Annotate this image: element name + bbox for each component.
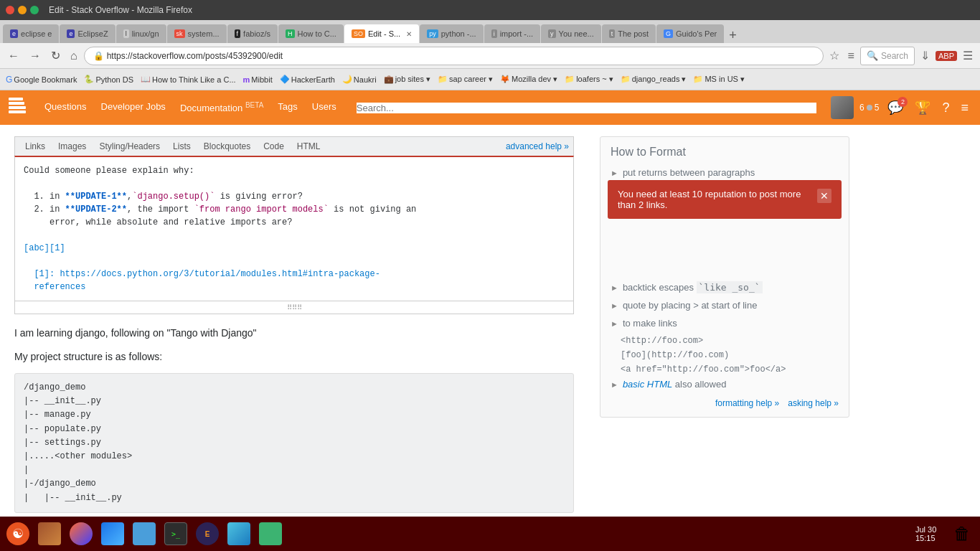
help-item-links: ► to make links <box>611 318 839 329</box>
adblock-icon[interactable]: ABP <box>936 51 957 61</box>
taskbar-firefox[interactable] <box>66 519 96 536</box>
sublime-icon <box>133 522 156 536</box>
browser-search-box[interactable]: 🔍 Search <box>860 47 915 65</box>
editor-line: 2. in **UPDATE-2**, the import `from ran… <box>24 203 565 216</box>
so-logo-icon <box>9 95 30 121</box>
toast-notification: You need at least 10 reputation to post … <box>608 180 842 219</box>
minimize-window-btn[interactable] <box>18 6 27 14</box>
format-tab-blockquotes[interactable]: Blockquotes <box>198 138 256 154</box>
format-toolbar: Links Images Styling/Headers Lists Block… <box>14 136 574 156</box>
url-bar[interactable]: 🔒 https://stackoverflow.com/posts/453929… <box>84 47 824 65</box>
tab-label: eclipse e <box>21 29 52 38</box>
back-button[interactable]: ← <box>4 48 23 64</box>
bookmark-msinus[interactable]: 📁 MS in US ▾ <box>690 73 748 85</box>
search-placeholder: Search <box>881 51 908 61</box>
main-content: Links Images Styling/Headers Lists Block… <box>0 125 980 536</box>
taskbar-writer[interactable] <box>98 519 128 536</box>
taskbar: ☯ >_ E Jul 30 15:15 🗑 <box>0 517 980 536</box>
code-editor[interactable]: Could someone please explain why: 1. in … <box>14 156 574 301</box>
bookmark-django[interactable]: 📁 django_reads ▾ <box>618 73 689 85</box>
format-tab-lists[interactable]: Lists <box>167 138 197 154</box>
help-code-example-2: [foo](http://foo.com) <box>621 350 839 360</box>
bookmark-mibbit[interactable]: m Mibbit <box>240 74 275 85</box>
bookmark-howto[interactable]: 📖 How to Think Like a C... <box>138 73 239 85</box>
tab-guido[interactable]: G Guido's Per <box>656 24 724 43</box>
download-icon[interactable]: ⇓ <box>918 47 933 64</box>
mozilla-icon: 🦊 <box>500 75 510 84</box>
taskbar-eclipse[interactable]: E <box>192 519 222 536</box>
inbox-notification: 2 <box>897 97 908 107</box>
help-button[interactable]: ? <box>939 99 952 117</box>
taskbar-ubuntu[interactable]: ☯ <box>3 519 33 536</box>
editor-resize-handle[interactable]: ⠿⠿⠿ <box>14 301 574 314</box>
inbox-button[interactable]: 💬 2 <box>885 98 906 117</box>
bookmark-google[interactable]: G Google Bookmark <box>3 73 80 86</box>
tab-fabioz[interactable]: f fabioz/s <box>227 24 278 43</box>
menu-icon[interactable]: ☰ <box>960 47 976 64</box>
firefox-icon <box>70 522 93 536</box>
nav-developer-jobs[interactable]: Developer Jobs <box>95 98 171 116</box>
maximize-window-btn[interactable] <box>30 6 39 14</box>
tab-python[interactable]: py python -... <box>420 24 483 43</box>
so-search-box[interactable] <box>351 97 822 118</box>
reload-button[interactable]: ↻ <box>47 47 64 64</box>
taskbar-green-app[interactable] <box>255 519 286 536</box>
arrow-icon: ► <box>611 301 618 310</box>
formatting-help-link[interactable]: formatting help » <box>715 398 779 408</box>
so-search-input[interactable] <box>357 103 816 113</box>
bookmark-hackerearth[interactable]: 🔷 HackerEarth <box>277 73 338 85</box>
window-controls[interactable] <box>6 6 39 14</box>
bookmark-pythonds[interactable]: 🐍 Python DS <box>81 73 136 85</box>
format-tab-styling[interactable]: Styling/Headers <box>93 138 166 154</box>
taskbar-trash[interactable]: 🗑 <box>947 519 977 536</box>
format-tab-images[interactable]: Images <box>52 138 92 154</box>
close-window-btn[interactable] <box>6 6 14 14</box>
nav-users[interactable]: Users <box>306 98 342 116</box>
nav-menu-button[interactable]: ≡ <box>958 99 971 117</box>
badge-count: 5 <box>875 103 880 113</box>
format-tab-code[interactable]: Code <box>258 138 290 154</box>
terminal-icon: >_ <box>164 522 187 536</box>
advanced-help-link[interactable]: advanced help » <box>506 141 569 151</box>
bookmark-naukri[interactable]: 🌙 Naukri <box>339 73 380 85</box>
tab-label: python -... <box>441 29 476 38</box>
asking-help-link[interactable]: asking help » <box>788 398 839 408</box>
tab-import[interactable]: i import -... <box>484 24 540 43</box>
tab-system[interactable]: sk system... <box>167 24 227 43</box>
so-logo[interactable] <box>9 95 30 121</box>
user-avatar[interactable] <box>831 96 854 119</box>
editor-line: error, while absolute and relative impor… <box>24 216 565 229</box>
tab-linux[interactable]: l linux/gn <box>116 24 166 43</box>
naukri-icon: 🌙 <box>342 75 352 84</box>
taskbar-qbittorrent[interactable] <box>224 519 254 536</box>
format-tab-links[interactable]: Links <box>19 138 51 154</box>
format-help-title: How to Format <box>611 146 839 159</box>
tab-edit[interactable]: SO Edit - S... ✕ <box>344 24 419 43</box>
nav-documentation[interactable]: Documentation BETA <box>174 98 269 116</box>
reader-view-icon[interactable]: ≡ <box>845 48 857 64</box>
bookmark-sapcareer[interactable]: 📁 sap career ▾ <box>435 73 496 85</box>
bookmark-mozilladev[interactable]: 🦊 Mozilla dev ▾ <box>497 73 560 85</box>
home-button[interactable]: ⌂ <box>67 48 81 64</box>
nav-questions[interactable]: Questions <box>39 98 93 116</box>
toast-close-button[interactable]: ✕ <box>817 189 831 203</box>
help-text: quote by placing > at start of line <box>623 300 758 311</box>
tab-howto[interactable]: H How to C... <box>278 24 344 43</box>
msinus-icon: 📁 <box>693 75 703 84</box>
taskbar-files[interactable] <box>34 519 65 536</box>
forward-button[interactable]: → <box>26 48 44 64</box>
bookmark-icon[interactable]: ☆ <box>826 47 842 64</box>
tab-eclipsez[interactable]: e EclipseZ <box>60 24 115 43</box>
tab-eclipse[interactable]: e eclipse e <box>3 24 59 43</box>
close-tab-icon[interactable]: ✕ <box>406 30 412 38</box>
new-tab-button[interactable]: + <box>725 28 741 43</box>
taskbar-terminal[interactable]: >_ <box>161 519 191 536</box>
tab-youneed[interactable]: y You nee... <box>541 24 601 43</box>
format-tab-html[interactable]: HTML <box>291 138 326 154</box>
bookmark-jobsites[interactable]: 💼 job sites ▾ <box>381 73 433 85</box>
taskbar-sublime[interactable] <box>129 519 159 536</box>
bookmark-loafers[interactable]: 📁 loafers ~ ▾ <box>562 73 616 85</box>
tab-thepost[interactable]: t The post <box>602 24 656 43</box>
achievements-button[interactable]: 🏆 <box>912 98 933 117</box>
nav-tags[interactable]: Tags <box>272 98 303 116</box>
